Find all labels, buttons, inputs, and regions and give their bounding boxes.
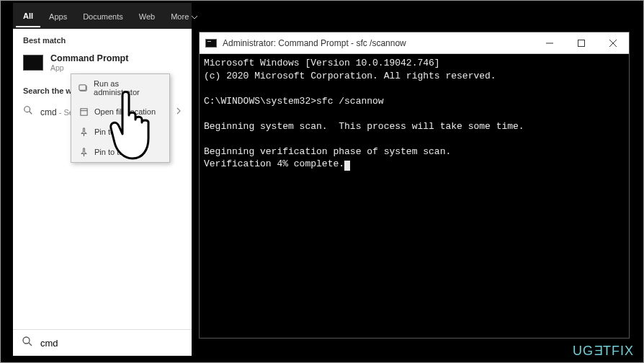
term-line: Beginning system scan. This process will…: [204, 121, 524, 132]
terminal-output[interactable]: Microsoft Windows [Version 10.0.19042.74…: [200, 54, 629, 338]
search-tabs: All Apps Documents Web More: [13, 3, 192, 29]
folder-icon: [79, 107, 89, 117]
best-match-title: Command Prompt: [50, 53, 128, 63]
ctx-label: Run as administrator: [94, 79, 162, 97]
best-match-header: Best match: [13, 29, 192, 49]
pin-start-icon: [79, 127, 89, 137]
search-box: [13, 329, 192, 356]
svg-rect-9: [578, 40, 585, 46]
term-line: C:\WINDOWS\system32>sfc /scannow: [204, 96, 384, 107]
svg-line-1: [30, 112, 32, 115]
chevron-right-icon: [176, 107, 182, 116]
pin-taskbar-icon: [79, 147, 89, 157]
tab-web[interactable]: Web: [132, 5, 162, 27]
command-prompt-icon: [23, 55, 43, 71]
close-button[interactable]: [597, 32, 629, 54]
watermark: UGETFIX: [573, 344, 634, 359]
text-cursor: [344, 161, 350, 171]
tab-apps[interactable]: Apps: [42, 5, 74, 27]
search-icon: [22, 336, 33, 350]
svg-point-0: [24, 107, 30, 112]
title-bar[interactable]: Administrator: Command Prompt - sfc /sca…: [200, 32, 629, 54]
ctx-pin-to-start[interactable]: Pin to Start: [71, 122, 169, 142]
tab-all[interactable]: All: [16, 4, 40, 27]
svg-line-3: [29, 343, 32, 346]
ctx-label: Pin to taskbar: [94, 148, 143, 156]
ctx-pin-to-taskbar[interactable]: Pin to taskbar: [71, 142, 169, 162]
svg-rect-6: [80, 108, 86, 115]
chevron-down-icon: [192, 12, 197, 21]
ctx-label: Open file location: [94, 107, 156, 116]
svg-rect-5: [79, 84, 86, 89]
term-line: Microsoft Windows [Version 10.0.19042.74…: [204, 58, 440, 68]
windows-search-panel: All Apps Documents Web More Best match C…: [13, 3, 192, 356]
search-icon: [23, 105, 33, 118]
ctx-open-file-location[interactable]: Open file location: [71, 102, 169, 122]
web-term: cmd: [40, 107, 57, 117]
ctx-run-as-admin[interactable]: Run as administrator: [71, 74, 169, 102]
context-menu: Run as administrator Open file location …: [71, 73, 170, 163]
maximize-button[interactable]: [565, 32, 597, 54]
tab-more[interactable]: More: [164, 5, 205, 27]
term-line: Beginning verification phase of system s…: [204, 146, 451, 157]
best-match-text: Command Prompt App: [50, 53, 128, 72]
cmd-window-icon: [205, 39, 217, 48]
command-prompt-window: Administrator: Command Prompt - sfc /sca…: [199, 32, 630, 339]
svg-point-2: [23, 337, 30, 344]
window-title: Administrator: Command Prompt - sfc /sca…: [223, 38, 534, 48]
best-match-subtitle: App: [50, 63, 128, 72]
tab-documents[interactable]: Documents: [76, 5, 130, 27]
term-line: Verification 4% complete.: [204, 158, 344, 169]
ctx-label: Pin to Start: [94, 127, 133, 136]
term-line: (c) 2020 Microsoft Corporation. All righ…: [204, 71, 496, 81]
minimize-button[interactable]: [534, 32, 565, 54]
tab-more-label: More: [171, 12, 189, 21]
admin-shield-icon: [79, 83, 88, 93]
search-input[interactable]: [40, 338, 183, 349]
